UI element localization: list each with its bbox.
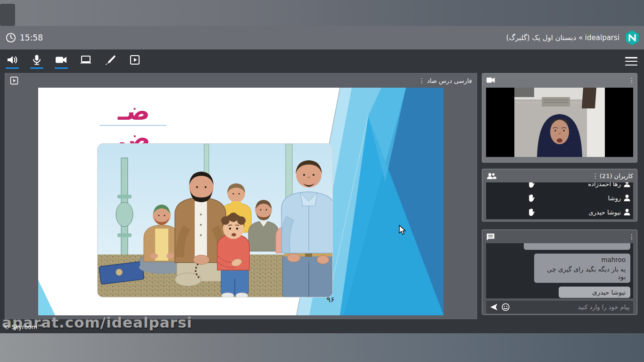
page-number: ۹۶	[321, 295, 340, 304]
chat-header: ⋮	[482, 230, 637, 243]
chat-sender: نیوشا حیدری	[563, 288, 626, 296]
webcam-more-options-icon[interactable]: ⋮	[628, 77, 633, 83]
person-icon	[623, 182, 631, 188]
webcam-header: ⋮	[482, 74, 637, 87]
clock-icon	[6, 33, 16, 43]
presentation-icon	[10, 76, 18, 85]
chat-panel: ⋮ mahroo یه بار دیگه بگید رای گیری چی بو…	[482, 230, 637, 315]
emoji-icon[interactable]	[502, 303, 510, 311]
presentation-header: ⋮ فارسی درس ضاد	[5, 74, 477, 88]
brush-button[interactable]	[98, 51, 123, 71]
player-blur-top	[0, 0, 644, 26]
send-icon[interactable]	[490, 304, 498, 311]
raised-hand-icon	[528, 182, 535, 188]
person-icon	[623, 194, 631, 202]
room-title: idealparsi » دبستان اول یک (گلبرگ)	[506, 33, 619, 42]
chat-more-options-icon[interactable]: ⋮	[628, 233, 633, 240]
screen-share-button[interactable]	[74, 51, 98, 71]
user-row[interactable]: نیوشا حیدری	[486, 205, 633, 219]
player-blur-bottom	[0, 333, 644, 362]
skyroom-logo-icon	[624, 30, 640, 46]
user-name: رها احمدزاده	[588, 182, 621, 188]
chat-sender: mahroo	[539, 256, 626, 263]
menu-icon[interactable]	[625, 57, 637, 66]
user-name: روشا	[608, 195, 621, 202]
raised-hand-icon	[528, 208, 535, 216]
users-more-options-icon[interactable]: ⋮	[592, 173, 597, 179]
user-name: نیوشا حیدری	[589, 209, 621, 216]
users-icon	[486, 173, 496, 180]
camera-icon	[55, 54, 68, 66]
chat-icon	[486, 233, 495, 241]
brush-icon	[104, 54, 116, 66]
chat-input-bar	[486, 301, 633, 313]
users-panel: ⋮ کاربران (21) رها احمدزاده روشا	[482, 169, 637, 222]
webcam-icon	[486, 76, 495, 84]
chat-messages[interactable]: mahroo یه بار دیگه بگید رای گیری چی بود …	[486, 243, 633, 298]
microphone-button[interactable]	[25, 51, 49, 71]
skyroom-copyright: © Skyroom™	[4, 323, 43, 330]
app-header: 15:58 idealparsi » دبستان اول یک (گلبرگ)	[0, 26, 644, 49]
chat-message: نیوشا حیدری	[559, 287, 630, 298]
media-player-icon	[129, 54, 140, 66]
volume-icon	[6, 54, 18, 66]
prayer-illustration	[97, 143, 333, 297]
webcam-video	[486, 88, 633, 157]
camera-button[interactable]	[49, 51, 74, 71]
users-list[interactable]: رها احمدزاده روشا نیوشا حیدری	[486, 182, 633, 219]
webcam-panel: ⋮	[482, 73, 637, 163]
presentation-more-options-icon[interactable]: ⋮	[419, 77, 423, 84]
person-icon	[623, 208, 631, 216]
toolbar	[0, 49, 644, 73]
player-blur-button	[0, 4, 15, 26]
users-panel-title: کاربران (21)	[600, 173, 633, 180]
session-time: 15:58	[20, 33, 43, 42]
mouse-cursor-icon	[398, 225, 408, 235]
media-player-button[interactable]	[123, 51, 147, 71]
slide: ضـ ض	[38, 88, 444, 315]
user-row[interactable]: روشا	[486, 191, 633, 205]
presentation-panel: ⋮ فارسی درس ضاد ضـ ض	[5, 73, 477, 319]
user-row[interactable]: رها احمدزاده	[486, 182, 633, 191]
volume-button[interactable]	[0, 51, 25, 71]
presentation-title: فارسی درس ضاد	[427, 77, 472, 84]
screen-share-icon	[79, 54, 92, 66]
raised-hand-icon	[528, 194, 535, 202]
chat-message-input[interactable]	[513, 304, 629, 311]
chat-message-partial	[524, 243, 630, 250]
microphone-icon	[32, 54, 42, 66]
chat-message: mahroo یه بار دیگه بگید رای گیری چی بود	[534, 254, 630, 283]
users-header: ⋮ کاربران (21)	[482, 169, 637, 182]
chat-text: یه بار دیگه بگید رای گیری چی بود	[539, 265, 626, 280]
